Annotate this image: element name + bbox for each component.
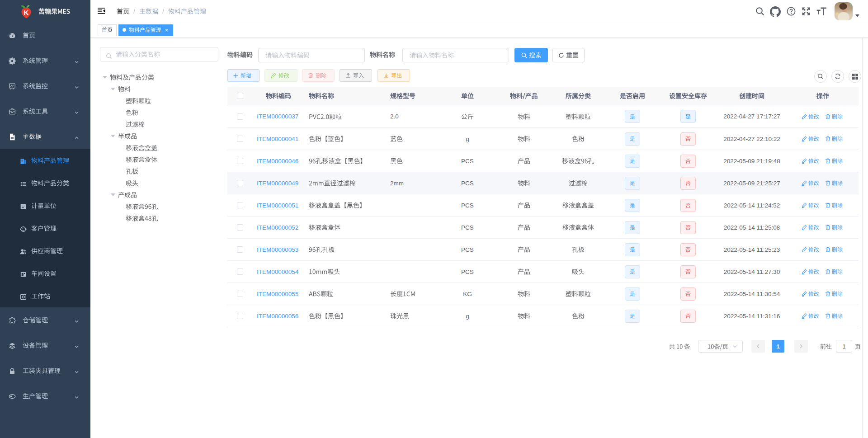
svg-text:K: K (24, 9, 29, 16)
